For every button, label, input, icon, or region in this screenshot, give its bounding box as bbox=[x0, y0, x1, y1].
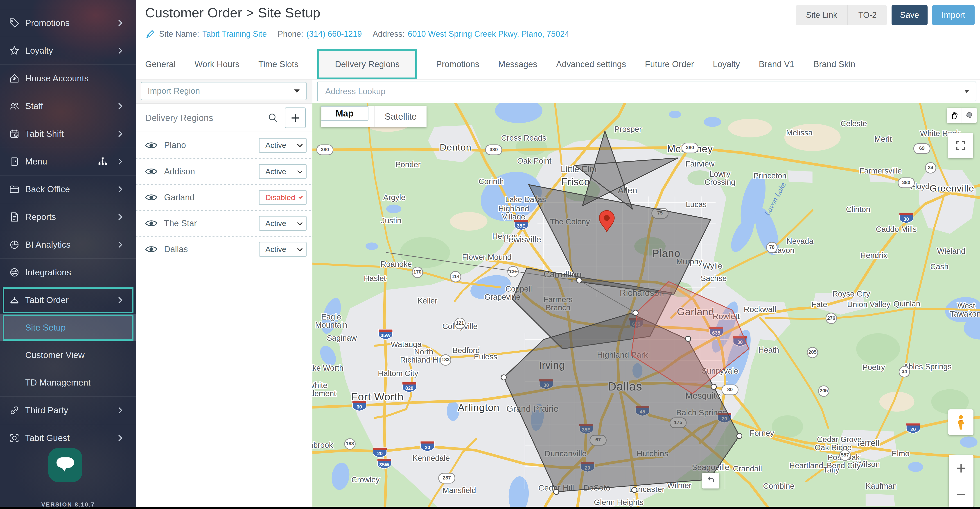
sidebar-item-tabit-order[interactable]: Tabit Order bbox=[0, 286, 136, 314]
polygon-vertex[interactable] bbox=[632, 487, 637, 493]
chevron-down-icon bbox=[297, 220, 302, 225]
add-region-button[interactable]: + bbox=[285, 107, 305, 128]
pegman-button[interactable] bbox=[948, 409, 974, 435]
visibility-eye-icon[interactable] bbox=[145, 141, 158, 150]
site-link-button[interactable]: Site Link bbox=[795, 5, 848, 25]
tab-brand-v1[interactable]: Brand V1 bbox=[759, 59, 794, 69]
tab-delivery-regions[interactable]: Delivery Regions bbox=[317, 49, 417, 79]
page-title: Customer Order>Site Setup bbox=[145, 5, 320, 21]
sidebar-item-menu[interactable]: Menu bbox=[0, 148, 136, 175]
zoom-in-button[interactable]: + bbox=[949, 455, 974, 481]
region-status-select[interactable]: Active bbox=[259, 216, 307, 231]
site-name-value[interactable]: Tabit Training Site bbox=[202, 29, 267, 39]
region-name: Garland bbox=[164, 193, 259, 202]
tab-work-hours[interactable]: Work Hours bbox=[194, 59, 240, 69]
phone-value[interactable]: (314) 660-1219 bbox=[306, 29, 362, 39]
map-canvas[interactable]: ProsperCross RoadsDentonOak PointLittle … bbox=[312, 103, 980, 507]
sidebar-item-td-management[interactable]: TD Management bbox=[0, 369, 136, 396]
polygon-vertex[interactable] bbox=[554, 489, 558, 495]
fullscreen-button[interactable] bbox=[948, 133, 973, 158]
sidebar-item-bi-analytics[interactable]: BI Analytics bbox=[0, 231, 136, 258]
tab-time-slots[interactable]: Time Slots bbox=[258, 59, 299, 69]
route-shield: 30 bbox=[899, 213, 913, 223]
map-type-map-button[interactable]: Map bbox=[321, 106, 369, 121]
tab-brand-skin[interactable]: Brand Skin bbox=[813, 59, 855, 69]
pan-hand-tool[interactable] bbox=[947, 108, 961, 123]
sidebar-item-tabit-guest[interactable]: Tabit Guest bbox=[0, 424, 136, 452]
map-label: Arlington bbox=[458, 402, 500, 413]
map-label: Roanoke bbox=[380, 260, 412, 268]
site-info-row: Site Name: Tabit Training Site Phone: (3… bbox=[145, 29, 580, 39]
region-status-select[interactable]: Active bbox=[259, 242, 307, 257]
sidebar-item-back-office[interactable]: Back Office bbox=[0, 175, 136, 203]
tab-messages[interactable]: Messages bbox=[498, 59, 537, 69]
tab-general[interactable]: General bbox=[145, 59, 175, 69]
polygon-vertex[interactable] bbox=[686, 336, 690, 341]
draw-polygon-tool[interactable] bbox=[961, 108, 977, 123]
sidebar-item-loyalty[interactable]: Loyalty bbox=[0, 37, 136, 64]
edit-pencil-icon[interactable] bbox=[145, 29, 156, 39]
svg-text:287: 287 bbox=[443, 475, 451, 480]
sidebar-item-site-setup[interactable]: Site Setup bbox=[0, 314, 136, 341]
visibility-eye-icon[interactable] bbox=[145, 245, 158, 254]
org-chart-icon[interactable] bbox=[97, 156, 108, 167]
map-label: Forney bbox=[750, 429, 774, 437]
fullscreen-icon bbox=[955, 140, 966, 151]
chevron-right-icon bbox=[116, 103, 122, 109]
polygon-vertex[interactable] bbox=[577, 278, 582, 283]
address-value[interactable]: 6010 West Spring Creek Pkwy, Plano, 7502… bbox=[408, 29, 569, 39]
svg-text:380: 380 bbox=[321, 147, 329, 152]
chevron-right-icon bbox=[116, 297, 122, 303]
sidebar-item-label: Integrations bbox=[25, 268, 123, 278]
search-icon[interactable] bbox=[267, 112, 278, 123]
visibility-eye-icon[interactable] bbox=[145, 219, 158, 228]
sidebar-item-customer-view[interactable]: Customer View bbox=[0, 341, 136, 369]
map-label: Euless bbox=[474, 353, 497, 361]
chat-icon-tail bbox=[61, 467, 66, 472]
chat-icon bbox=[57, 457, 74, 468]
map-type-satellite-button[interactable]: Satellite bbox=[374, 106, 426, 127]
import-region-dropdown[interactable]: Import Region bbox=[141, 82, 307, 100]
map-label: Wylie bbox=[703, 261, 722, 270]
tab-promotions[interactable]: Promotions bbox=[436, 59, 479, 69]
svg-text:34: 34 bbox=[928, 165, 934, 170]
map-label: Prosper bbox=[614, 125, 642, 133]
delivery-regions-header: Delivery Regions + bbox=[136, 104, 312, 132]
tab-advanced-settings[interactable]: Advanced settings bbox=[556, 59, 626, 69]
region-status-value: Active bbox=[266, 245, 298, 254]
phone-label: Phone: bbox=[277, 29, 303, 39]
region-status-select[interactable]: Active bbox=[259, 138, 307, 153]
svg-text:183: 183 bbox=[346, 441, 354, 446]
sidebar-item-staff[interactable]: Staff bbox=[0, 92, 136, 120]
link-icon bbox=[8, 404, 20, 416]
tab-loyalty[interactable]: Loyalty bbox=[713, 59, 740, 69]
map-label: Crandall bbox=[733, 464, 762, 473]
polygon-vertex[interactable] bbox=[633, 310, 638, 315]
face-scan-icon bbox=[8, 432, 20, 444]
polygon-vertex[interactable] bbox=[501, 375, 506, 380]
tab-future-order[interactable]: Future Order bbox=[645, 59, 694, 69]
import-button[interactable]: Import bbox=[932, 5, 975, 25]
to2-button[interactable]: TO-2 bbox=[848, 5, 887, 25]
route-shield: 78 bbox=[767, 242, 777, 253]
sidebar-item-promotions[interactable]: Promotions bbox=[0, 9, 136, 37]
sidebar-item-reports[interactable]: Reports bbox=[0, 203, 136, 231]
sidebar-item-integrations[interactable]: Integrations bbox=[0, 258, 136, 286]
save-button[interactable]: Save bbox=[891, 5, 928, 25]
region-status-select[interactable]: Active bbox=[259, 164, 307, 179]
map-label: Justin bbox=[381, 216, 401, 225]
visibility-eye-icon[interactable] bbox=[145, 167, 158, 176]
sidebar-item-tabit-shift[interactable]: Tabit Shift bbox=[0, 120, 136, 148]
zoom-out-button[interactable]: − bbox=[949, 481, 974, 507]
svg-text:114: 114 bbox=[452, 274, 460, 279]
chat-bubble-button[interactable] bbox=[48, 448, 83, 482]
address-lookup-input[interactable]: Address Lookup bbox=[317, 81, 977, 101]
sidebar-item-third-party[interactable]: Third Party bbox=[0, 396, 136, 424]
undo-button[interactable] bbox=[702, 473, 719, 488]
region-status-select[interactable]: Disabled bbox=[259, 190, 307, 205]
polygon-vertex[interactable] bbox=[737, 433, 742, 439]
polygon-vertex[interactable] bbox=[711, 384, 716, 389]
visibility-eye-icon[interactable] bbox=[145, 193, 158, 202]
map-label: Rockwall bbox=[744, 305, 776, 314]
sidebar-item-house-accounts[interactable]: House Accounts bbox=[0, 64, 136, 92]
